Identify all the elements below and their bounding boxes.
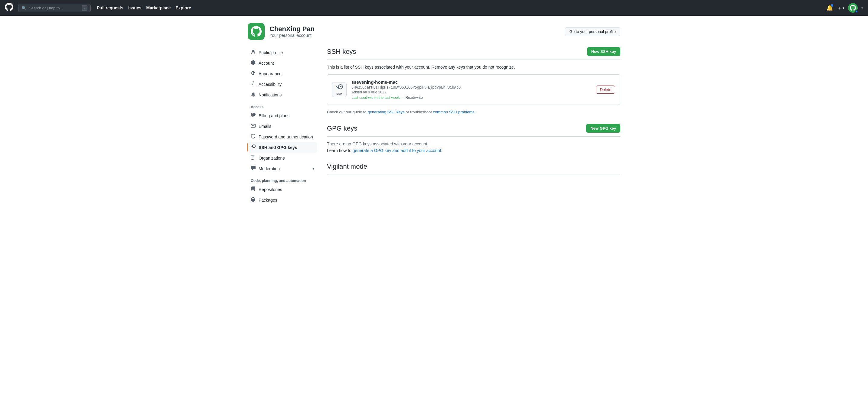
new-ssh-key-button[interactable]: New SSH key xyxy=(587,47,620,56)
billing-icon xyxy=(251,113,255,119)
sidebar-item-moderation[interactable]: Moderation ▾ xyxy=(248,163,317,174)
access-section-label: Access xyxy=(248,100,317,110)
ssh-key-date: Added on 9 Aug 2022 xyxy=(351,90,591,94)
footer-text-1: Check out our guide to xyxy=(327,110,368,114)
nav-marketplace[interactable]: Marketplace xyxy=(146,5,171,10)
mail-icon xyxy=(251,123,255,129)
ssh-key-name: ssevening-home-mac xyxy=(351,79,591,85)
footer-text-2: or troubleshoot xyxy=(405,110,433,114)
sidebar-label-organizations: Organizations xyxy=(258,156,285,161)
profile-avatar-icon xyxy=(248,23,265,40)
gpg-learn-suffix: . xyxy=(441,148,442,153)
sidebar: Public profile Account Appearance Access… xyxy=(248,47,317,205)
plus-icon: ＋ xyxy=(837,4,842,11)
profile-name: ChenXing Pan xyxy=(270,25,314,33)
nav-issues[interactable]: Issues xyxy=(128,5,142,10)
ssh-keys-footer: Check out our guide to generating SSH ke… xyxy=(327,110,620,114)
gear-icon xyxy=(251,60,255,66)
sidebar-label-notifications: Notifications xyxy=(258,93,282,97)
ssh-key-card: SSH ssevening-home-mac SHA256:aPHLITdpHs… xyxy=(327,74,620,105)
sidebar-item-ssh-gpg[interactable]: SSH and GPG keys xyxy=(248,142,317,153)
gpg-learn-prefix: Learn how to xyxy=(327,148,353,153)
ssh-keys-header: SSH keys New SSH key xyxy=(327,47,620,60)
sidebar-label-moderation: Moderation xyxy=(258,166,280,171)
delete-ssh-key-button[interactable]: Delete xyxy=(596,86,615,94)
sidebar-item-organizations[interactable]: Organizations xyxy=(248,153,317,163)
profile-header: ChenXing Pan Your personal account Go to… xyxy=(248,23,620,40)
generating-ssh-keys-link[interactable]: generating SSH keys xyxy=(368,110,404,114)
repo-icon xyxy=(251,187,255,192)
sidebar-label-ssh-gpg: SSH and GPG keys xyxy=(258,145,297,150)
sidebar-item-emails[interactable]: Emails xyxy=(248,121,317,132)
github-logo[interactable] xyxy=(5,3,13,13)
accessibility-icon xyxy=(251,81,255,87)
key-svg-icon xyxy=(336,84,343,92)
profile-subtitle: Your personal account xyxy=(270,33,314,38)
sidebar-item-appearance[interactable]: Appearance xyxy=(248,68,317,79)
sidebar-item-password[interactable]: Password and authentication xyxy=(248,132,317,142)
bell-sidebar-icon xyxy=(251,92,255,98)
ssh-key-fingerprint: SHA256:aPHLITdpHs/isEWDSJI6GP5gpmK+EjpdV… xyxy=(351,85,591,90)
main-content: SSH keys New SSH key This is a list of S… xyxy=(327,47,620,189)
ssh-last-used: Last used within the last week xyxy=(351,96,400,100)
sidebar-label-billing: Billing and plans xyxy=(258,113,289,118)
search-shortcut: / xyxy=(82,5,87,10)
gpg-keys-header: GPG keys New GPG key xyxy=(327,124,620,137)
sidebar-label-packages: Packages xyxy=(258,198,277,202)
ssh-badge: SSH xyxy=(336,92,342,95)
ssh-key-info: ssevening-home-mac SHA256:aPHLITdpHs/isE… xyxy=(351,79,591,100)
sidebar-item-repositories[interactable]: Repositories xyxy=(248,184,317,195)
topnav-links: Pull requests Issues Marketplace Explore xyxy=(97,5,191,10)
search-placeholder: Search or jump to... xyxy=(29,6,63,10)
person-icon xyxy=(251,49,255,55)
sidebar-item-packages[interactable]: Packages xyxy=(248,195,317,205)
package-icon xyxy=(251,197,255,203)
sidebar-label-password: Password and authentication xyxy=(258,134,313,139)
sidebar-item-public-profile[interactable]: Public profile xyxy=(248,47,317,58)
search-icon: 🔍 xyxy=(22,6,26,10)
sidebar-item-billing[interactable]: Billing and plans xyxy=(248,110,317,121)
sidebar-label-account: Account xyxy=(258,61,274,66)
create-new-button[interactable]: ＋ ▾ xyxy=(837,4,844,11)
profile-info: ChenXing Pan Your personal account xyxy=(270,25,314,38)
ssh-key-usage: Last used within the last week — Read/wr… xyxy=(351,95,591,100)
vigilant-mode-title: Vigilant mode xyxy=(327,163,620,174)
sidebar-item-notifications[interactable]: Notifications xyxy=(248,90,317,100)
avatar-status-dot xyxy=(855,10,858,13)
avatar[interactable] xyxy=(848,3,858,13)
sidebar-item-accessibility[interactable]: Accessibility xyxy=(248,79,317,90)
nav-pull-requests[interactable]: Pull requests xyxy=(97,5,123,10)
paintbrush-icon xyxy=(251,71,255,76)
code-section-label: Code, planning, and automation xyxy=(248,174,317,184)
sidebar-label-accessibility: Accessibility xyxy=(258,82,282,87)
avatar-chevron[interactable]: ▾ xyxy=(861,6,863,10)
gpg-learn-text: Learn how to generate a GPG key and add … xyxy=(327,148,620,153)
sidebar-label-emails: Emails xyxy=(258,124,271,129)
sidebar-label-repositories: Repositories xyxy=(258,187,282,192)
ssh-key-icon-box: SSH xyxy=(332,82,347,97)
go-to-profile-button[interactable]: Go to your personal profile xyxy=(565,27,620,36)
gpg-empty-text: There are no GPG keys associated with yo… xyxy=(327,141,620,146)
new-gpg-key-button[interactable]: New GPG key xyxy=(586,124,620,133)
shield-icon xyxy=(251,134,255,140)
common-ssh-problems-link[interactable]: common SSH problems xyxy=(433,110,474,114)
ssh-rw: — Read/write xyxy=(401,96,423,100)
key-icon xyxy=(251,144,255,150)
sidebar-item-account[interactable]: Account xyxy=(248,58,317,68)
search-bar[interactable]: 🔍 Search or jump to... / xyxy=(18,4,91,12)
moderation-icon xyxy=(251,166,255,171)
nav-explore[interactable]: Explore xyxy=(176,5,191,10)
moderation-expand-icon: ▾ xyxy=(312,167,314,171)
ssh-keys-title: SSH keys xyxy=(327,48,356,56)
sidebar-label-public-profile: Public profile xyxy=(258,50,283,55)
ssh-keys-description: This is a list of SSH keys associated wi… xyxy=(327,65,620,69)
sidebar-label-appearance: Appearance xyxy=(258,71,282,76)
organizations-icon xyxy=(251,155,255,161)
content-layout: Public profile Account Appearance Access… xyxy=(248,47,620,205)
notification-dot xyxy=(831,4,833,7)
topnav-right: 🔔 ＋ ▾ ▾ xyxy=(826,3,863,13)
gpg-key-link[interactable]: generate a GPG key and add it to your ac… xyxy=(353,148,441,153)
notifications-button[interactable]: 🔔 xyxy=(826,4,833,11)
chevron-down-icon: ▾ xyxy=(843,6,844,10)
profile-header-left: ChenXing Pan Your personal account xyxy=(248,23,314,40)
